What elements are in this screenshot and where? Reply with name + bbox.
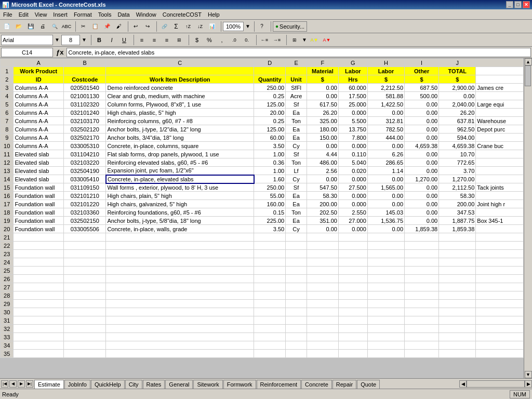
cell[interactable] [338,250,367,258]
cell[interactable]: 687.50 [405,84,439,92]
cell[interactable] [367,275,404,283]
cell[interactable] [405,350,439,358]
cell[interactable] [439,291,476,300]
cell[interactable] [338,308,367,316]
security-button[interactable]: Security... [280,23,304,30]
cell[interactable]: Sf [286,100,307,109]
cell[interactable]: 0.00 [405,158,439,167]
cell[interactable] [307,341,338,350]
cell[interactable]: 0.15 [254,208,286,217]
cell[interactable] [307,283,338,291]
align-center-button[interactable]: ≡ [149,35,160,45]
cell[interactable] [338,300,367,308]
cell[interactable] [14,233,64,242]
cell[interactable]: 3.70 [439,167,476,175]
cell[interactable] [286,233,307,242]
cell[interactable]: 2,900.00 [439,84,476,92]
cell[interactable] [439,300,476,308]
cell[interactable]: Foundation wall [14,208,64,217]
cell[interactable] [338,242,367,250]
menu-window[interactable]: Window [133,9,159,19]
cell[interactable]: 180.00 [307,125,338,134]
cell[interactable] [476,258,524,267]
cell[interactable]: 125.00 [254,100,286,109]
cell[interactable] [439,242,476,250]
cell[interactable] [476,333,524,341]
cell[interactable]: Wall forms , exterior, plywood, to 8' H,… [106,183,254,192]
name-box[interactable] [1,48,53,57]
cell[interactable] [254,316,286,325]
cell[interactable]: 200.00 [307,200,338,208]
cell[interactable]: Cy [286,225,307,233]
cell[interactable]: 250.00 [254,84,286,92]
col-header-c[interactable]: C [106,59,254,67]
zoom-input[interactable] [223,22,244,31]
col-header-g[interactable]: G [338,59,367,67]
menu-tools[interactable]: Tools [95,9,115,19]
cell[interactable]: 0.00 [405,117,439,125]
cell[interactable] [367,333,404,341]
increase-indent-button[interactable]: →≡ [271,35,283,45]
cell[interactable]: 0.00 [405,200,439,208]
cell[interactable]: 0.00 [307,175,338,183]
cell[interactable]: 0.36 [254,158,286,167]
undo-button[interactable]: ↩ [130,21,141,32]
row-num[interactable]: 10 [1,142,14,150]
row-num[interactable]: 24 [1,258,14,267]
cell[interactable] [307,233,338,242]
cell[interactable] [338,350,367,358]
cell[interactable]: 25.000 [338,100,367,109]
cell[interactable] [307,308,338,316]
cell[interactable]: 581.88 [367,92,404,100]
percent-button[interactable]: % [204,35,215,45]
subheader-total-dol[interactable]: $ [439,75,476,84]
bold-button[interactable]: B [94,35,105,45]
cell[interactable]: 0.25 [254,117,286,125]
cell[interactable] [439,250,476,258]
cell[interactable] [14,250,64,258]
cell[interactable]: Large equi [476,100,524,109]
cell[interactable] [439,283,476,291]
cell[interactable]: 1,270.00 [405,175,439,183]
cell[interactable] [254,283,286,291]
cell[interactable]: 0.00 [405,192,439,200]
cell[interactable]: Flat slab forms, drop panels, plywood, 1… [106,150,254,158]
cell[interactable] [307,316,338,325]
sort-az-button[interactable]: ↑Z [182,21,194,32]
cell[interactable] [476,283,524,291]
cell[interactable]: 26.20 [307,109,338,117]
function-wizard[interactable]: ƒx [53,48,66,56]
cell[interactable]: Column forms, Plywood, 8"x8", 1 use [106,100,254,109]
cell[interactable]: Expansion joint, pvc foam, 1/2"x6" [106,167,254,175]
cell[interactable]: 0.00 [307,142,338,150]
row-num[interactable]: 16 [1,192,14,200]
row-num[interactable]: 12 [1,158,14,167]
cell[interactable] [106,308,254,316]
insert-hyperlink-button[interactable]: 🔗 [158,21,170,32]
cell[interactable] [338,325,367,333]
cell[interactable]: Crane buc [476,142,524,150]
cell[interactable] [476,267,524,275]
merge-center-button[interactable]: ⊞ [174,35,185,45]
underline-button[interactable]: U [118,35,130,45]
new-button[interactable]: 📄 [1,21,12,32]
cell[interactable] [64,275,106,283]
cell[interactable]: 0.000 [338,175,367,183]
cell[interactable] [14,333,64,341]
cell[interactable] [286,283,307,291]
menu-edit[interactable]: Edit [16,9,32,19]
cell[interactable] [14,316,64,325]
cell[interactable]: Anchor bolts, j-type, 1/2"dia, 12" long [106,125,254,134]
align-right-button[interactable]: ≡ [161,35,172,45]
row-num[interactable]: 27 [1,283,14,291]
cell[interactable] [476,308,524,316]
cell[interactable] [307,242,338,250]
help-button[interactable]: ? [256,21,268,32]
cell[interactable]: Columns A-A [14,100,64,109]
row-num[interactable]: 2 [1,75,14,84]
cell[interactable]: Foundation wall [14,183,64,192]
cell[interactable]: 1,887.75 [439,217,476,225]
cell[interactable] [307,275,338,283]
cell[interactable]: 0.00 [307,225,338,233]
cell[interactable] [106,325,254,333]
